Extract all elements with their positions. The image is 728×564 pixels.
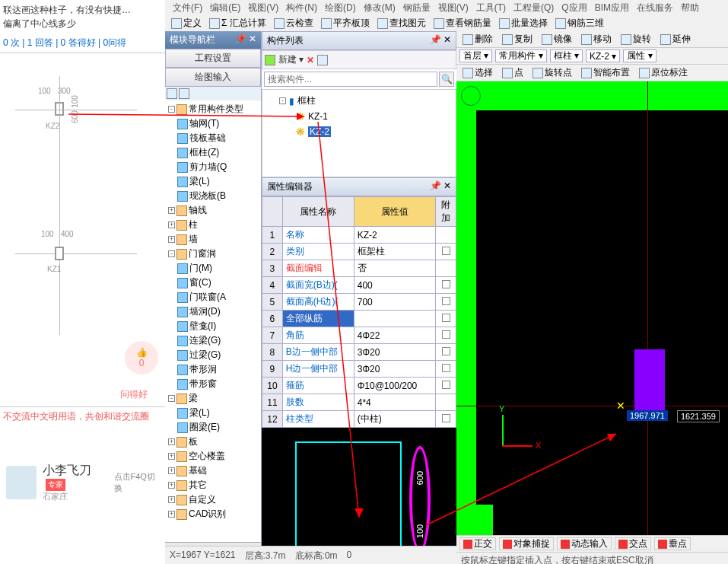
expand-icon[interactable]: -: [168, 395, 175, 402]
selector-dropdown[interactable]: 首层 ▾: [459, 49, 492, 62]
selector-dropdown[interactable]: KZ-2 ▾: [586, 49, 620, 62]
property-row[interactable]: 11肢数4*4: [262, 394, 456, 411]
checkbox[interactable]: [442, 347, 450, 355]
tool-icon[interactable]: [179, 88, 189, 99]
tree-node[interactable]: 壁龛(I): [167, 319, 259, 333]
menu-item[interactable]: 编辑(E): [207, 2, 243, 14]
tree-node[interactable]: -梁: [167, 391, 259, 406]
draw-button[interactable]: 旋转点: [529, 66, 575, 79]
expand-icon[interactable]: +: [168, 453, 175, 460]
toolbar-button[interactable]: 平齐板顶: [318, 17, 373, 30]
toolbar-button[interactable]: Σ 汇总计算: [206, 17, 269, 30]
menu-item[interactable]: 视图(V): [245, 2, 281, 14]
draw-input-button[interactable]: 绘图输入: [165, 68, 261, 87]
edit-button[interactable]: 移动: [578, 33, 615, 46]
menu-item[interactable]: 修改(M): [361, 2, 399, 14]
checkbox[interactable]: [442, 330, 450, 339]
tree-node[interactable]: +轴线: [167, 203, 259, 218]
property-row[interactable]: 2类别框架柱: [262, 244, 456, 260]
edit-button[interactable]: 旋转: [618, 33, 654, 46]
property-row[interactable]: 6全部纵筋: [262, 311, 456, 327]
expand-icon[interactable]: +: [168, 496, 175, 503]
tree-node[interactable]: 墙洞(D): [167, 304, 259, 319]
project-settings-button[interactable]: 工程设置: [165, 49, 261, 68]
status-toggle[interactable]: 对象捕捉: [499, 537, 554, 550]
checkbox[interactable]: [442, 414, 450, 422]
status-toggle[interactable]: 动态输入: [557, 537, 612, 550]
tree-node[interactable]: 筏板基础: [167, 131, 259, 145]
toolbar-button[interactable]: 查找图元: [374, 17, 429, 30]
property-row[interactable]: 3截面编辑否: [262, 260, 456, 277]
thumbs-up-button[interactable]: 👍 0: [125, 341, 158, 374]
property-row[interactable]: 10箍筋Φ10@100/200: [262, 378, 456, 394]
pin-close-icons[interactable]: 📌 ✕: [430, 34, 451, 47]
tree-node[interactable]: +其它: [167, 478, 259, 492]
property-row[interactable]: 5截面高(H边)(700: [262, 294, 456, 311]
tree-node[interactable]: 剪力墙(Q: [167, 160, 259, 174]
menu-item[interactable]: 绘图(D): [322, 2, 359, 14]
tree-node[interactable]: +空心楼盖: [167, 449, 259, 464]
property-row[interactable]: 8B边一侧中部3Φ20: [262, 344, 456, 361]
tree-node[interactable]: 现浇板(B: [167, 189, 259, 203]
status-toggle[interactable]: 正交: [459, 537, 496, 550]
edit-button[interactable]: 镜像: [539, 33, 575, 46]
toolbar-button[interactable]: 查看钢筋量: [431, 17, 494, 30]
property-table[interactable]: 属性名称 属性值 附加 1名称KZ-22类别框架柱3截面编辑否4截面宽(B边)(…: [262, 196, 456, 428]
tree-node[interactable]: 梁(L): [167, 406, 259, 420]
checkbox[interactable]: [442, 381, 450, 389]
status-toggle[interactable]: 交点: [615, 537, 651, 550]
expand-icon[interactable]: +: [168, 207, 175, 214]
tree-node[interactable]: 带形窗: [167, 377, 259, 391]
expand-icon[interactable]: +: [168, 482, 175, 489]
toolbar-button[interactable]: 定义: [168, 17, 205, 30]
viewport-canvas[interactable]: ✕ 1967.971 1621.359 Y X: [456, 81, 728, 535]
tree-node[interactable]: +柱: [167, 218, 259, 232]
property-row[interactable]: 4截面宽(B边)(400: [262, 277, 456, 294]
pin-close-icons[interactable]: 📌 ✕: [235, 33, 256, 46]
new-icon[interactable]: [265, 55, 275, 65]
menu-item[interactable]: 视图(V): [435, 2, 472, 14]
tree-root[interactable]: - ▮ 框柱: [265, 93, 453, 109]
tree-kz1[interactable]: ❋ KZ-1: [265, 109, 453, 124]
component-tree[interactable]: - ▮ 框柱 ❋ KZ-1 ❋ KZ-2: [262, 89, 456, 177]
expand-icon[interactable]: -: [168, 106, 175, 113]
menu-item[interactable]: 工程量(Q): [510, 2, 557, 14]
selector-dropdown[interactable]: 常用构件 ▾: [495, 49, 546, 62]
tree-node[interactable]: 连梁(G): [167, 333, 259, 348]
property-row[interactable]: 7角筋4Φ22: [262, 327, 456, 344]
menu-item[interactable]: 文件(F): [170, 2, 205, 14]
tree-node[interactable]: +自定义: [167, 492, 259, 507]
expand-icon[interactable]: +: [168, 438, 175, 445]
checkbox[interactable]: [442, 247, 450, 255]
tree-node[interactable]: 梁(L): [167, 174, 259, 189]
tree-node[interactable]: -门窗洞: [167, 247, 259, 261]
draw-button[interactable]: 智能布置: [578, 66, 633, 79]
search-button[interactable]: 🔍: [439, 72, 454, 87]
menu-item[interactable]: BIM应用: [592, 2, 632, 14]
draw-button[interactable]: 选择: [459, 66, 496, 79]
delete-icon[interactable]: ✕: [307, 55, 314, 65]
toolbar-button[interactable]: 批量选择: [496, 17, 551, 30]
menu-item[interactable]: 帮助: [678, 2, 702, 14]
toolbar-button[interactable]: 云检查: [271, 17, 316, 30]
menu-item[interactable]: 钢筋量: [400, 2, 434, 14]
tree-node[interactable]: 门(M): [167, 261, 259, 276]
menu-item[interactable]: 工具(T): [473, 2, 509, 14]
expand-icon[interactable]: +: [168, 221, 175, 228]
expand-icon[interactable]: +: [168, 236, 175, 243]
menu-item[interactable]: Q应用: [558, 2, 590, 14]
tree-kz2[interactable]: ❋ KZ-2: [265, 124, 453, 139]
property-row[interactable]: 12柱类型(中柱): [262, 411, 456, 428]
tree-node[interactable]: +基础: [167, 464, 259, 478]
property-row[interactable]: 9H边一侧中部3Φ20: [262, 361, 456, 378]
draw-button[interactable]: 点: [499, 66, 526, 79]
selector-dropdown[interactable]: 属性 ▾: [623, 49, 656, 62]
edit-button[interactable]: 删除: [459, 33, 496, 46]
tree-node[interactable]: 圈梁(E): [167, 420, 259, 435]
tree-node[interactable]: 窗(C): [167, 276, 259, 290]
copy-icon[interactable]: [317, 55, 328, 65]
nav-tree[interactable]: -常用构件类型轴网(T)筏板基础框柱(Z)剪力墙(Q梁(L)现浇板(B+轴线+柱…: [165, 100, 261, 542]
selector-dropdown[interactable]: 框柱 ▾: [550, 49, 583, 62]
menu-item[interactable]: 构件(N): [283, 2, 320, 14]
expand-icon[interactable]: -: [168, 250, 175, 257]
